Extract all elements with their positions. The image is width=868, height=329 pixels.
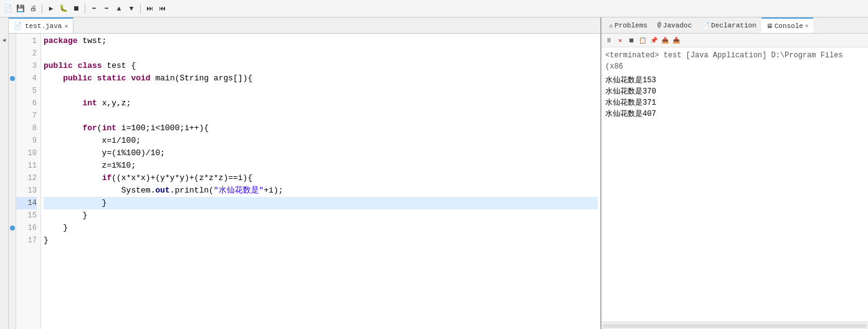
bp-line-14[interactable] (9, 197, 16, 209)
console-stop-icon[interactable]: ⏹ (626, 36, 636, 45)
bp-line-7[interactable] (9, 110, 16, 122)
code-token: test { (102, 60, 136, 72)
code-line-11[interactable]: z=i%10; (44, 160, 598, 172)
bp-line-8[interactable] (9, 122, 16, 135)
right-panel: ⚠Problems@Javadoc📄Declaration🖥Console ✕ … (600, 17, 868, 329)
tab-close-button[interactable]: ✕ (64, 22, 68, 30)
code-line-13[interactable]: System.out.println("水仙花数是"+i); (44, 184, 598, 197)
line-numbers: 1234567891011121314151617 (16, 34, 41, 329)
bp-line-9[interactable] (9, 135, 16, 147)
next-icon[interactable]: ⏭ (144, 3, 155, 14)
code-line-10[interactable]: y=(i%100)/10; (44, 147, 598, 160)
code-token: y=(i%100)/10; (44, 147, 165, 160)
console-terminate-icon[interactable]: ✕ (615, 36, 625, 45)
code-token: System. (44, 184, 155, 197)
main-toolbar: 📄 💾 🖨 ▶ 🐛 ⏹ ⬅ ➡ ▲ ▼ ⏭ ⏮ (0, 0, 868, 17)
code-token: public (63, 72, 92, 85)
back-icon[interactable]: ⬅ (88, 3, 100, 14)
down-icon[interactable]: ▼ (126, 3, 137, 14)
code-token: int (82, 97, 97, 110)
tab-label: test.java (25, 22, 62, 30)
line-number-7: 7 (16, 110, 37, 122)
bp-line-11[interactable] (9, 160, 16, 172)
console-import-icon[interactable]: 📥 (671, 36, 681, 45)
line-number-16: 16 (16, 222, 37, 234)
line-number-9: 9 (16, 135, 37, 147)
console-output-line-2: 水仙花数是371 (605, 97, 864, 108)
code-line-8[interactable]: for(int i=100;i<1000;i++){ (44, 122, 598, 135)
code-token: if (102, 172, 112, 184)
code-line-9[interactable]: x=i/100; (44, 135, 598, 147)
code-token: void (131, 72, 150, 85)
code-line-1[interactable]: package twst; (44, 35, 598, 47)
bp-line-3[interactable] (9, 60, 16, 72)
bp-line-2[interactable] (9, 47, 16, 60)
bp-line-1[interactable] (9, 35, 16, 47)
bp-line-12[interactable] (9, 172, 16, 184)
code-line-7[interactable] (44, 110, 598, 122)
code-line-5[interactable] (44, 85, 598, 97)
bp-line-5[interactable] (9, 85, 16, 97)
bp-line-10[interactable] (9, 147, 16, 160)
console-terminated-text: <terminated> test [Java Application] D:\… (605, 50, 864, 72)
code-line-15[interactable]: } (44, 209, 598, 222)
bp-line-4[interactable] (9, 72, 16, 85)
console-export-icon[interactable]: 📤 (660, 36, 670, 45)
console-tab-close[interactable]: ✕ (805, 22, 808, 29)
prev-icon[interactable]: ⏮ (156, 3, 167, 14)
code-token: z=i%10; (44, 160, 136, 172)
code-line-17[interactable]: } (44, 234, 598, 247)
code-token (44, 172, 102, 184)
line-number-14: 14 (16, 197, 37, 209)
console-pause-icon[interactable]: ⏸ (604, 36, 614, 45)
breakpoint-dot-16 (10, 226, 15, 231)
console-tab-icon: 🖥 (767, 22, 773, 30)
console-output: <terminated> test [Java Application] D:\… (601, 47, 868, 322)
stop-icon[interactable]: ⏹ (70, 3, 82, 14)
bp-line-16[interactable] (9, 222, 16, 234)
code-line-12[interactable]: if((x*x*x)+(y*y*y)+(z*z*z)==i){ (44, 172, 598, 184)
bp-line-6[interactable] (9, 97, 16, 110)
editor-tab-test-java[interactable]: 📄 test.java ✕ (9, 17, 73, 33)
code-line-4[interactable]: public static void main(String args[]){ (44, 72, 598, 85)
up-icon[interactable]: ▲ (113, 3, 125, 14)
new-file-icon[interactable]: 📄 (2, 3, 14, 14)
right-tab-javadoc[interactable]: @Javadoc (653, 17, 697, 33)
gutter-icon-1: ◀ (2, 37, 6, 44)
console-scrollbar[interactable] (601, 322, 868, 329)
problems-tab-icon: ⚠ (609, 22, 613, 29)
breakpoint-strip (9, 34, 16, 329)
code-token: ( (97, 122, 102, 135)
left-gutter: ◀ (0, 17, 9, 329)
code-line-16[interactable]: } (44, 222, 598, 234)
editor-panel: 📄 test.java ✕ 1234567891011121314151617 … (9, 17, 600, 329)
forward-icon[interactable]: ➡ (101, 3, 112, 14)
code-token: twst; (78, 35, 107, 47)
right-tab-console[interactable]: 🖥Console ✕ (762, 17, 814, 33)
code-token: +i); (264, 184, 283, 197)
run-icon[interactable]: ▶ (45, 3, 57, 14)
right-tab-bar: ⚠Problems@Javadoc📄Declaration🖥Console ✕ (601, 17, 868, 34)
code-line-14[interactable]: } (44, 197, 598, 209)
print-icon[interactable]: 🖨 (27, 3, 39, 14)
code-token: main(String args[]){ (151, 72, 253, 85)
console-copy-icon[interactable]: 📋 (638, 36, 648, 45)
code-token: int (102, 122, 116, 135)
debug-icon[interactable]: 🐛 (58, 3, 69, 14)
scroll-track[interactable] (603, 324, 867, 328)
bp-line-17[interactable] (9, 234, 16, 247)
bp-line-13[interactable] (9, 184, 16, 197)
code-line-2[interactable] (44, 47, 598, 60)
right-tab-problems[interactable]: ⚠Problems (604, 17, 653, 33)
bp-line-15[interactable] (9, 209, 16, 222)
line-number-10: 10 (16, 147, 37, 160)
code-content[interactable]: package twst; public class test { public… (41, 34, 600, 329)
code-line-3[interactable]: public class test { (44, 60, 598, 72)
sep1 (42, 4, 42, 14)
code-token (92, 72, 97, 85)
console-toolbar: ⏸ ✕ ⏹ 📋 📌 📤 📥 (601, 34, 868, 47)
code-line-6[interactable]: int x,y,z; (44, 97, 598, 110)
right-tab-declaration[interactable]: 📄Declaration (697, 17, 762, 33)
console-pin-icon[interactable]: 📌 (649, 36, 659, 45)
save-icon[interactable]: 💾 (15, 3, 26, 14)
